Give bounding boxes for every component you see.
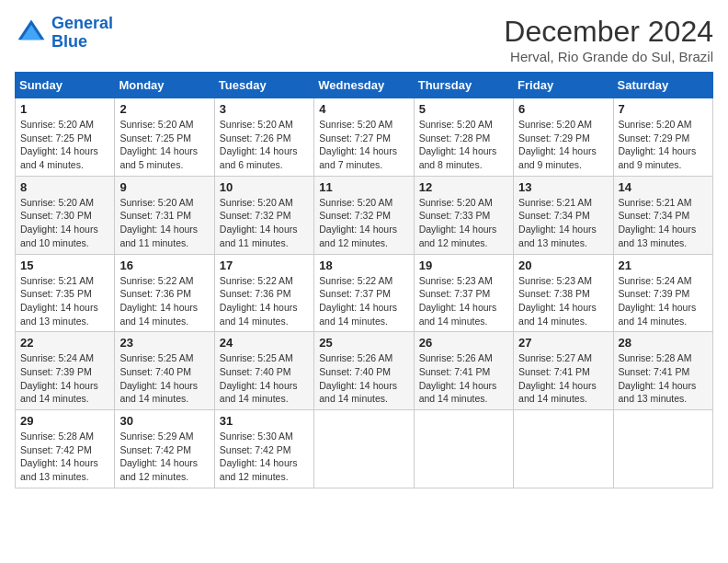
day-info: Sunrise: 5:20 AMSunset: 7:33 PMDaylight:… xyxy=(419,196,508,250)
calendar-cell: 28Sunrise: 5:28 AMSunset: 7:41 PMDayligh… xyxy=(613,332,712,410)
day-info: Sunrise: 5:21 AMSunset: 7:34 PMDaylight:… xyxy=(619,196,708,250)
day-info: Sunrise: 5:28 AMSunset: 7:42 PMDaylight:… xyxy=(20,430,109,484)
day-number: 9 xyxy=(119,180,209,194)
weekday-header: Sunday xyxy=(16,73,115,98)
day-number: 18 xyxy=(319,259,408,272)
day-info: Sunrise: 5:23 AMSunset: 7:38 PMDaylight:… xyxy=(518,274,608,328)
day-number: 21 xyxy=(619,259,708,272)
calendar-cell: 26Sunrise: 5:26 AMSunset: 7:41 PMDayligh… xyxy=(414,332,513,410)
calendar-cell: 10Sunrise: 5:20 AMSunset: 7:32 PMDayligh… xyxy=(214,176,313,254)
calendar-cell xyxy=(414,410,513,488)
day-number: 3 xyxy=(220,102,309,116)
day-info: Sunrise: 5:20 AMSunset: 7:26 PMDaylight:… xyxy=(220,118,309,172)
calendar-header: SundayMondayTuesdayWednesdayThursdayFrid… xyxy=(16,73,713,98)
calendar-week-row: 1Sunrise: 5:20 AMSunset: 7:25 PMDaylight… xyxy=(16,98,713,177)
day-number: 26 xyxy=(419,336,508,350)
main-title: December 2024 xyxy=(504,15,713,49)
day-number: 7 xyxy=(619,102,708,116)
day-info: Sunrise: 5:25 AMSunset: 7:40 PMDaylight:… xyxy=(119,351,209,406)
subtitle: Herval, Rio Grande do Sul, Brazil xyxy=(504,49,713,64)
day-info: Sunrise: 5:20 AMSunset: 7:27 PMDaylight:… xyxy=(319,118,408,172)
calendar-cell xyxy=(314,410,414,488)
calendar-cell: 17Sunrise: 5:22 AMSunset: 7:36 PMDayligh… xyxy=(214,254,313,332)
day-number: 4 xyxy=(319,102,408,116)
day-number: 17 xyxy=(220,259,309,272)
calendar-cell: 13Sunrise: 5:21 AMSunset: 7:34 PMDayligh… xyxy=(514,176,613,254)
day-info: Sunrise: 5:22 AMSunset: 7:36 PMDaylight:… xyxy=(119,274,209,328)
day-info: Sunrise: 5:21 AMSunset: 7:35 PMDaylight:… xyxy=(20,274,109,328)
day-info: Sunrise: 5:20 AMSunset: 7:28 PMDaylight:… xyxy=(419,118,508,172)
day-number: 23 xyxy=(119,336,209,350)
weekday-header: Wednesday xyxy=(314,73,414,98)
day-number: 19 xyxy=(419,259,508,272)
calendar-cell: 20Sunrise: 5:23 AMSunset: 7:38 PMDayligh… xyxy=(514,254,613,332)
day-info: Sunrise: 5:22 AMSunset: 7:36 PMDaylight:… xyxy=(220,274,309,328)
calendar-cell: 7Sunrise: 5:20 AMSunset: 7:29 PMDaylight… xyxy=(613,98,712,177)
calendar-cell: 27Sunrise: 5:27 AMSunset: 7:41 PMDayligh… xyxy=(514,332,613,410)
day-number: 14 xyxy=(619,180,708,194)
day-info: Sunrise: 5:20 AMSunset: 7:25 PMDaylight:… xyxy=(20,118,109,172)
calendar-cell: 6Sunrise: 5:20 AMSunset: 7:29 PMDaylight… xyxy=(514,98,613,177)
day-number: 5 xyxy=(419,102,508,116)
day-number: 20 xyxy=(518,259,608,272)
day-info: Sunrise: 5:24 AMSunset: 7:39 PMDaylight:… xyxy=(619,274,708,328)
calendar-cell xyxy=(613,410,712,488)
day-number: 30 xyxy=(119,414,209,428)
weekday-header: Friday xyxy=(514,73,613,98)
day-info: Sunrise: 5:20 AMSunset: 7:30 PMDaylight:… xyxy=(20,196,109,250)
weekday-row: SundayMondayTuesdayWednesdayThursdayFrid… xyxy=(16,73,713,98)
logo-text: General Blue xyxy=(51,15,113,52)
calendar-cell: 2Sunrise: 5:20 AMSunset: 7:25 PMDaylight… xyxy=(115,98,214,177)
calendar-cell: 4Sunrise: 5:20 AMSunset: 7:27 PMDaylight… xyxy=(314,98,414,177)
weekday-header: Saturday xyxy=(613,73,712,98)
calendar-week-row: 8Sunrise: 5:20 AMSunset: 7:30 PMDaylight… xyxy=(16,176,713,254)
calendar-cell: 16Sunrise: 5:22 AMSunset: 7:36 PMDayligh… xyxy=(115,254,214,332)
calendar-cell: 25Sunrise: 5:26 AMSunset: 7:40 PMDayligh… xyxy=(314,332,414,410)
day-number: 2 xyxy=(119,102,209,116)
page-header: General Blue December 2024 Herval, Rio G… xyxy=(15,15,713,64)
day-number: 28 xyxy=(619,336,708,350)
calendar-cell: 31Sunrise: 5:30 AMSunset: 7:42 PMDayligh… xyxy=(214,410,313,488)
day-info: Sunrise: 5:29 AMSunset: 7:42 PMDaylight:… xyxy=(119,430,209,484)
day-number: 1 xyxy=(20,102,109,116)
day-number: 11 xyxy=(319,180,408,194)
calendar-cell: 22Sunrise: 5:24 AMSunset: 7:39 PMDayligh… xyxy=(16,332,115,410)
weekday-header: Thursday xyxy=(414,73,513,98)
calendar-week-row: 15Sunrise: 5:21 AMSunset: 7:35 PMDayligh… xyxy=(16,254,713,332)
calendar-cell: 5Sunrise: 5:20 AMSunset: 7:28 PMDaylight… xyxy=(414,98,513,177)
day-number: 10 xyxy=(220,180,309,194)
title-area: December 2024 Herval, Rio Grande do Sul,… xyxy=(504,15,713,64)
day-info: Sunrise: 5:30 AMSunset: 7:42 PMDaylight:… xyxy=(220,430,309,484)
calendar-cell: 3Sunrise: 5:20 AMSunset: 7:26 PMDaylight… xyxy=(214,98,313,177)
calendar-cell: 19Sunrise: 5:23 AMSunset: 7:37 PMDayligh… xyxy=(414,254,513,332)
day-number: 8 xyxy=(20,180,109,194)
day-info: Sunrise: 5:20 AMSunset: 7:25 PMDaylight:… xyxy=(119,118,209,172)
day-number: 29 xyxy=(20,414,109,428)
day-info: Sunrise: 5:27 AMSunset: 7:41 PMDaylight:… xyxy=(518,351,608,406)
day-number: 24 xyxy=(220,336,309,350)
calendar-cell: 23Sunrise: 5:25 AMSunset: 7:40 PMDayligh… xyxy=(115,332,214,410)
calendar-cell: 8Sunrise: 5:20 AMSunset: 7:30 PMDaylight… xyxy=(16,176,115,254)
day-info: Sunrise: 5:26 AMSunset: 7:40 PMDaylight:… xyxy=(319,351,408,406)
day-number: 13 xyxy=(518,180,608,194)
day-number: 22 xyxy=(20,336,109,350)
logo: General Blue xyxy=(15,15,113,52)
day-info: Sunrise: 5:28 AMSunset: 7:41 PMDaylight:… xyxy=(619,351,708,406)
calendar-body: 1Sunrise: 5:20 AMSunset: 7:25 PMDaylight… xyxy=(16,98,713,488)
day-number: 12 xyxy=(419,180,508,194)
day-number: 27 xyxy=(518,336,608,350)
calendar-cell: 29Sunrise: 5:28 AMSunset: 7:42 PMDayligh… xyxy=(16,410,115,488)
day-info: Sunrise: 5:22 AMSunset: 7:37 PMDaylight:… xyxy=(319,274,408,328)
day-number: 15 xyxy=(20,259,109,272)
calendar-cell: 9Sunrise: 5:20 AMSunset: 7:31 PMDaylight… xyxy=(115,176,214,254)
day-info: Sunrise: 5:25 AMSunset: 7:40 PMDaylight:… xyxy=(220,351,309,406)
weekday-header: Monday xyxy=(115,73,214,98)
day-info: Sunrise: 5:21 AMSunset: 7:34 PMDaylight:… xyxy=(518,196,608,250)
day-info: Sunrise: 5:24 AMSunset: 7:39 PMDaylight:… xyxy=(20,351,109,406)
calendar-cell xyxy=(514,410,613,488)
calendar-cell: 12Sunrise: 5:20 AMSunset: 7:33 PMDayligh… xyxy=(414,176,513,254)
day-info: Sunrise: 5:20 AMSunset: 7:31 PMDaylight:… xyxy=(119,196,209,250)
day-info: Sunrise: 5:23 AMSunset: 7:37 PMDaylight:… xyxy=(419,274,508,328)
logo-icon xyxy=(15,17,48,50)
day-info: Sunrise: 5:20 AMSunset: 7:29 PMDaylight:… xyxy=(518,118,608,172)
